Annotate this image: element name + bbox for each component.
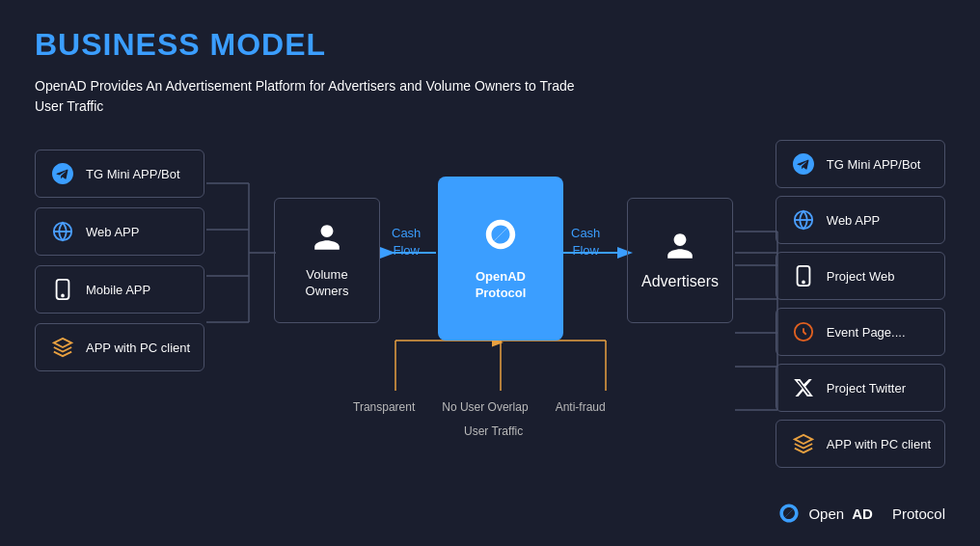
right-item-project-web: Project Web xyxy=(776,252,945,300)
right-item-pc-label: APP with PC client xyxy=(827,437,931,451)
right-telegram-icon xyxy=(790,150,817,177)
no-overlap-label: No User Overlap xyxy=(442,400,528,414)
right-item-web: Web APP xyxy=(776,196,945,244)
right-item-event: Event Page.... xyxy=(776,308,945,356)
cube-icon xyxy=(49,334,76,361)
advertisers-icon xyxy=(665,231,695,265)
right-item-tg: TG Mini APP/Bot xyxy=(776,140,945,188)
subtitle: OpenAD Provides An Advertisement Platfor… xyxy=(35,76,575,117)
right-item-project-web-label: Project Web xyxy=(827,269,895,284)
right-item-twitter-label: Project Twitter xyxy=(827,381,906,396)
bottom-attributes: Transparent No User Overlap Anti-fraud xyxy=(353,400,606,414)
bottom-logo: OpenAD Protocol xyxy=(777,502,945,525)
right-cube-icon xyxy=(790,430,817,457)
right-item-pc: APP with PC client xyxy=(776,420,945,468)
mobile-icon xyxy=(49,276,76,303)
right-item-twitter: Project Twitter xyxy=(776,364,945,412)
user-traffic-label: User Traffic xyxy=(464,424,523,438)
left-item-mobile: Mobile APP xyxy=(35,265,204,314)
cash-flow-right-text: CashFlow xyxy=(571,225,600,259)
transparent-label: Transparent xyxy=(353,400,415,414)
right-column: TG Mini APP/Bot Web APP Project Web Even… xyxy=(776,140,945,468)
bottom-ad-text: AD xyxy=(852,505,873,522)
volume-owners-label: Volume Owners xyxy=(306,267,349,300)
telegram-icon xyxy=(49,160,76,187)
advertisers-label: Advertisers xyxy=(641,273,719,290)
left-item-mobile-label: Mobile APP xyxy=(86,283,150,297)
svg-marker-26 xyxy=(54,339,71,347)
right-mobile-icon xyxy=(790,262,817,289)
right-item-web-label: Web APP xyxy=(827,213,880,228)
svg-point-30 xyxy=(803,282,804,284)
main-container: BUSINESS MODEL OpenAD Provides An Advert… xyxy=(0,0,980,546)
cash-flow-left: CashFlow xyxy=(392,225,421,259)
volume-owners-box: Volume Owners xyxy=(274,198,380,323)
left-item-pc: APP with PC client xyxy=(35,323,204,371)
svg-marker-32 xyxy=(795,435,812,444)
diagram: TG Mini APP/Bot Web APP Mobile APP xyxy=(35,140,945,506)
bottom-logo-icon xyxy=(777,502,801,525)
user-traffic-container: User Traffic xyxy=(464,422,523,439)
openad-logo-icon xyxy=(482,216,519,259)
globe-icon xyxy=(49,218,76,245)
bottom-open-text: Open xyxy=(808,505,844,522)
svg-point-25 xyxy=(62,295,64,297)
left-item-web-label: Web APP xyxy=(86,225,139,239)
advertisers-box: Advertisers xyxy=(627,198,733,323)
anti-fraud-label: Anti-fraud xyxy=(556,400,606,414)
right-globe-icon xyxy=(790,206,817,233)
left-item-pc-label: APP with PC client xyxy=(86,341,190,355)
left-item-tg: TG Mini APP/Bot xyxy=(35,150,204,198)
openad-box: OpenADProtocol xyxy=(438,177,563,341)
openad-label: OpenADProtocol xyxy=(476,269,527,302)
left-item-tg-label: TG Mini APP/Bot xyxy=(86,167,180,181)
right-twitter-icon xyxy=(790,374,817,401)
left-item-web: Web APP xyxy=(35,207,204,256)
page-title: BUSINESS MODEL xyxy=(35,27,945,63)
cash-flow-right: CashFlow xyxy=(571,225,600,259)
right-item-event-label: Event Page.... xyxy=(827,325,906,340)
right-event-icon xyxy=(790,318,817,345)
volume-owners-icon xyxy=(312,222,342,259)
cash-flow-left-text: CashFlow xyxy=(392,225,421,259)
right-item-tg-label: TG Mini APP/Bot xyxy=(827,157,921,172)
left-column: TG Mini APP/Bot Web APP Mobile APP xyxy=(35,150,204,371)
bottom-protocol-text: Protocol xyxy=(892,505,945,522)
